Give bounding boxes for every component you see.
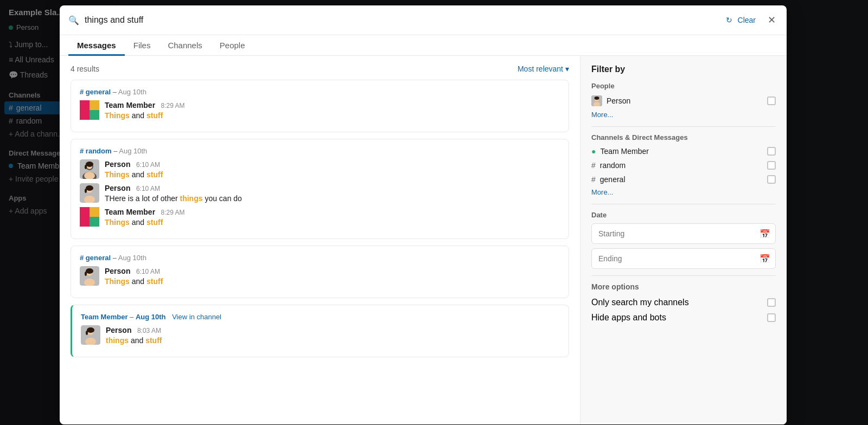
svg-rect-15 (80, 207, 90, 227)
svg-point-22 (85, 272, 87, 276)
filter-item-left: # general (591, 175, 626, 184)
calendar-icon: 📅 (760, 254, 770, 264)
highlight-text: stuff (146, 277, 163, 286)
timestamp: 6:10 AM (136, 161, 160, 169)
separator: – (113, 147, 119, 155)
general-channel-name: general (600, 175, 626, 184)
filter-hide-apps-item: Hide apps and bots (591, 312, 776, 324)
highlight-text: things (106, 336, 129, 345)
separator: – (130, 313, 136, 321)
svg-point-31 (595, 96, 599, 100)
message-text: Things and stuff (105, 111, 185, 120)
message-text: things and stuff (106, 336, 162, 345)
filter-divider (591, 126, 776, 127)
person-filter-name: Person (607, 96, 630, 105)
people-more-link[interactable]: More... (591, 111, 776, 119)
highlight-text: stuff (146, 218, 163, 227)
tab-people[interactable]: People (211, 35, 254, 56)
timestamp: 8:29 AM (161, 102, 185, 110)
view-in-channel-link[interactable]: View in channel (172, 313, 221, 321)
my-channels-label: Only search my channels (591, 298, 689, 307)
ending-date-wrap: 📅 (591, 248, 776, 269)
dm-from-link[interactable]: Team Member (81, 313, 127, 321)
hide-apps-label: Hide apps and bots (591, 313, 666, 323)
message-content: Person 6:10 AM THere is a lot of other t… (105, 183, 242, 203)
results-count: 4 results (71, 65, 99, 73)
svg-point-27 (86, 331, 88, 335)
channels-more-link[interactable]: More... (591, 188, 776, 196)
channel-ref: # random (80, 147, 112, 155)
sender-name: Team Member (105, 101, 155, 110)
message-content: Person 8:03 AM things and stuff (106, 325, 162, 345)
message-content: Team Member 8:29 AM Things and stuff (105, 100, 185, 120)
card-channel-line: # general – Aug 10th (80, 88, 560, 96)
message-content: Team Member 8:29 AM Things and stuff (105, 207, 185, 227)
filter-channels-label: Channels & direct messages (591, 133, 776, 141)
avatar-person (80, 183, 99, 203)
message-text: THere is a lot of other things you can d… (105, 194, 242, 203)
sender-name: Team Member (105, 208, 155, 216)
sender-name: Person (105, 184, 130, 192)
filter-item-left: Person (591, 95, 630, 106)
message-row: Person 8:03 AM things and stuff (81, 325, 560, 345)
result-date: Aug 10th (119, 147, 147, 155)
filter-divider (591, 275, 776, 276)
svg-point-21 (86, 268, 93, 274)
channel-ref: # general (80, 88, 111, 96)
clear-button[interactable]: Clear (738, 16, 756, 24)
highlight-text: stuff (145, 336, 162, 345)
search-input[interactable] (85, 15, 720, 25)
random-channel-checkbox[interactable] (767, 161, 776, 170)
search-bar: 🔍 ↻ Clear ✕ (60, 5, 787, 35)
card-channel-line: # random – Aug 10th (80, 147, 560, 155)
timestamp: 8:03 AM (137, 327, 161, 334)
online-dot-icon: ● (591, 147, 596, 156)
filter-channel-random-item: # random (591, 160, 776, 171)
search-modal: 🔍 ↻ Clear ✕ Messages Files Channels Peop… (60, 5, 787, 424)
message-row: Person 6:10 AM THere is a lot of other t… (80, 183, 560, 203)
svg-rect-2 (90, 110, 99, 120)
hash-icon: # (591, 161, 596, 170)
svg-point-26 (87, 327, 94, 333)
svg-rect-17 (90, 217, 99, 227)
sort-dropdown[interactable]: Most relevant ▾ (518, 65, 569, 73)
tab-channels[interactable]: Channels (159, 35, 210, 56)
close-button[interactable]: ✕ (765, 12, 778, 28)
dm-channel-checkbox[interactable] (767, 147, 776, 156)
filter-item-left: # random (591, 161, 626, 170)
calendar-icon: 📅 (760, 229, 770, 239)
tab-files[interactable]: Files (125, 35, 159, 56)
ending-date-input[interactable] (591, 248, 776, 269)
random-channel-name: random (600, 161, 626, 170)
filter-channel-general-item: # general (591, 174, 776, 185)
message-content: Person 6:10 AM Things and stuff (105, 266, 163, 286)
timestamp: 8:29 AM (161, 209, 185, 216)
avatar-person (80, 266, 99, 286)
dm-channel-name: Team Member (600, 147, 648, 156)
avatar-team-member (80, 207, 99, 227)
message-row: Person 6:10 AM Things and stuff (80, 266, 560, 286)
sender-name: Person (105, 160, 130, 169)
filter-title: Filter by (591, 65, 776, 74)
general-channel-checkbox[interactable] (767, 175, 776, 184)
highlight-text: Things (105, 170, 130, 179)
timestamp: 6:10 AM (136, 185, 160, 192)
tab-messages[interactable]: Messages (68, 35, 125, 56)
result-card: # general – Aug 10th Team Member (71, 80, 569, 132)
avatar-person (80, 159, 99, 179)
filter-channel-dm-item: ● Team Member (591, 146, 776, 157)
result-card: # general – Aug 10th (71, 246, 569, 298)
hide-apps-checkbox[interactable] (767, 313, 776, 322)
starting-date-input[interactable] (591, 223, 776, 244)
svg-rect-16 (90, 207, 99, 217)
dm-date-link[interactable]: Aug 10th (136, 313, 166, 321)
result-card-dm: Team Member – Aug 10th View in channel (71, 305, 569, 357)
highlight-text: things (180, 194, 203, 203)
my-channels-checkbox[interactable] (767, 298, 776, 307)
search-tabs: Messages Files Channels People (60, 35, 787, 56)
sender-name: Person (106, 326, 131, 334)
person-filter-checkbox[interactable] (767, 96, 776, 105)
timestamp: 6:10 AM (136, 268, 160, 275)
avatar-team-member (80, 100, 99, 120)
result-card: # random – Aug 10th (71, 139, 569, 239)
